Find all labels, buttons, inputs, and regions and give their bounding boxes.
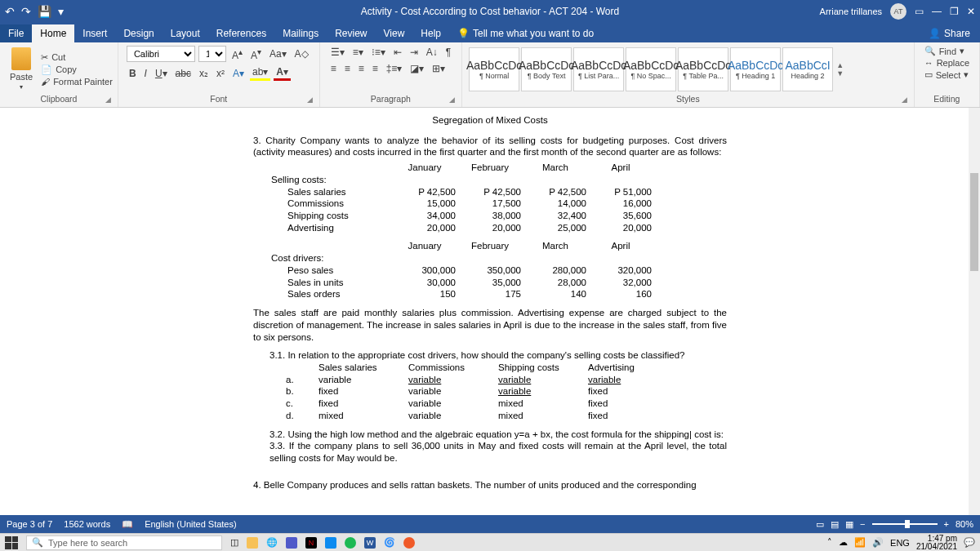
share-button[interactable]: 👤 Share: [920, 24, 980, 42]
decrease-indent-button[interactable]: ⇤: [391, 46, 404, 59]
user-name[interactable]: Arriane trillanes: [820, 7, 882, 16]
user-avatar[interactable]: AT: [890, 3, 906, 20]
tab-review[interactable]: Review: [327, 24, 375, 42]
shrink-font-button[interactable]: A▾: [248, 47, 264, 62]
clear-format-button[interactable]: A◇: [292, 47, 311, 60]
redo-icon[interactable]: ↷: [21, 5, 31, 18]
shading-button[interactable]: ◪▾: [408, 62, 426, 75]
font-color-button[interactable]: A▾: [274, 65, 291, 81]
chrome-icon[interactable]: 🌐: [266, 537, 278, 548]
tab-references[interactable]: References: [208, 24, 274, 42]
highlight-button[interactable]: ab▾: [250, 65, 270, 81]
teams-icon[interactable]: [286, 537, 297, 549]
tab-file[interactable]: File: [0, 24, 32, 42]
zoom-in-button[interactable]: +: [944, 519, 949, 529]
styles-dialog-icon[interactable]: ◢: [902, 96, 907, 104]
style---table-pa---[interactable]: AaBbCcDc¶ Table Pa...: [678, 47, 728, 91]
zoom-level[interactable]: 80%: [956, 519, 973, 529]
font-dialog-icon[interactable]: ◢: [307, 96, 313, 104]
style---body-text[interactable]: AaBbCcDc¶ Body Text: [521, 47, 572, 91]
subscript-button[interactable]: x₂: [197, 67, 211, 80]
style---no-spac---[interactable]: AaBbCcDc¶ No Spac...: [626, 47, 676, 91]
tell-me-search[interactable]: 💡 Tell me what you want to do: [449, 24, 920, 42]
minimize-icon[interactable]: —: [932, 6, 942, 17]
lang-indicator[interactable]: ENG: [890, 538, 910, 548]
style-heading-2[interactable]: AaBbCcIHeading 2: [782, 47, 833, 91]
netflix-icon[interactable]: N: [305, 537, 317, 549]
getstarted-icon[interactable]: [403, 537, 415, 549]
clock[interactable]: 1:47 pm21/04/2021: [916, 535, 957, 551]
format-painter-button[interactable]: 🖌 Format Painter: [41, 77, 113, 87]
notifications-icon[interactable]: 💬: [964, 537, 975, 548]
spellcheck-icon[interactable]: 📖: [122, 519, 133, 530]
maximize-icon[interactable]: ❐: [950, 6, 959, 17]
qat-more-icon[interactable]: ▾: [58, 5, 64, 18]
status-words[interactable]: 1562 words: [64, 519, 110, 529]
wifi-icon[interactable]: 📶: [854, 537, 866, 548]
superscript-button[interactable]: x²: [214, 67, 227, 80]
undo-icon[interactable]: ↶: [5, 5, 15, 18]
replace-button[interactable]: ↔ Replace: [924, 58, 969, 68]
tab-home[interactable]: Home: [32, 24, 74, 42]
styles-more-button[interactable]: ▲▼: [835, 61, 845, 78]
read-mode-icon[interactable]: ▭: [816, 519, 824, 530]
word-icon[interactable]: W: [364, 537, 376, 549]
start-button[interactable]: [5, 536, 18, 549]
multilevel-button[interactable]: ⁝≡▾: [369, 46, 388, 59]
style---normal[interactable]: AaBbCcDc¶ Normal: [469, 47, 519, 91]
bullets-button[interactable]: ☰▾: [328, 46, 347, 59]
tab-view[interactable]: View: [376, 24, 413, 42]
zoom-slider[interactable]: [872, 523, 938, 525]
align-left-button[interactable]: ≡: [328, 62, 339, 75]
scroll-thumb[interactable]: [970, 173, 978, 271]
tab-help[interactable]: Help: [412, 24, 449, 42]
text-effects-button[interactable]: A▾: [230, 67, 247, 80]
bold-button[interactable]: B: [127, 67, 139, 80]
web-layout-icon[interactable]: ▦: [845, 519, 853, 530]
style---heading-1[interactable]: AaBbCcDc¶ Heading 1: [730, 47, 781, 91]
find-button[interactable]: 🔍 Find ▾: [924, 46, 964, 56]
zoom-out-button[interactable]: −: [860, 519, 865, 529]
sort-button[interactable]: A↓: [424, 46, 440, 59]
tab-design[interactable]: Design: [115, 24, 162, 42]
strike-button[interactable]: abc: [173, 67, 194, 80]
document-area[interactable]: Segregation of Mixed Costs 3. Charity Co…: [0, 108, 980, 515]
print-layout-icon[interactable]: ▤: [831, 519, 839, 530]
tray-up-icon[interactable]: ˄: [827, 537, 832, 548]
grow-font-button[interactable]: A▴: [229, 47, 245, 62]
show-marks-button[interactable]: ¶: [443, 46, 453, 59]
copy-button[interactable]: 📄 Copy: [41, 64, 113, 75]
italic-button[interactable]: I: [142, 67, 149, 80]
spotify-icon[interactable]: [345, 537, 356, 549]
onedrive-icon[interactable]: ☁: [839, 537, 848, 548]
tab-layout[interactable]: Layout: [163, 24, 208, 42]
edge-icon[interactable]: 🌀: [384, 537, 395, 548]
style---list-para---[interactable]: AaBbCcDc¶ List Para...: [573, 47, 624, 91]
task-view-icon[interactable]: ◫: [230, 537, 238, 548]
increase-indent-button[interactable]: ⇥: [408, 46, 421, 59]
line-spacing-button[interactable]: ‡≡▾: [384, 62, 405, 75]
paragraph-dialog-icon[interactable]: ◢: [449, 96, 455, 104]
taskbar-search[interactable]: 🔍 Type here to search: [26, 535, 222, 550]
select-button[interactable]: ▭ Select ▾: [924, 69, 969, 80]
align-right-button[interactable]: ≡: [356, 62, 367, 75]
explorer-icon[interactable]: [247, 537, 258, 549]
camera-icon[interactable]: [325, 537, 336, 549]
save-icon[interactable]: 💾: [38, 5, 51, 18]
justify-button[interactable]: ≡: [370, 62, 381, 75]
status-page[interactable]: Page 3 of 7: [7, 519, 52, 529]
paste-button[interactable]: Paste ▾: [5, 47, 38, 91]
sound-icon[interactable]: 🔊: [872, 537, 884, 548]
cut-button[interactable]: ✂ Cut: [41, 52, 113, 63]
vertical-scrollbar[interactable]: [969, 108, 980, 515]
status-language[interactable]: English (United States): [145, 519, 237, 529]
underline-button[interactable]: U▾: [153, 67, 170, 80]
tab-insert[interactable]: Insert: [74, 24, 115, 42]
font-name-select[interactable]: Calibri: [127, 46, 195, 62]
change-case-button[interactable]: Aa▾: [267, 47, 289, 60]
tab-mailings[interactable]: Mailings: [274, 24, 327, 42]
borders-button[interactable]: ⊞▾: [430, 62, 448, 75]
numbering-button[interactable]: ≡▾: [350, 46, 366, 59]
clipboard-dialog-icon[interactable]: ◢: [105, 96, 111, 104]
align-center-button[interactable]: ≡: [342, 62, 353, 75]
